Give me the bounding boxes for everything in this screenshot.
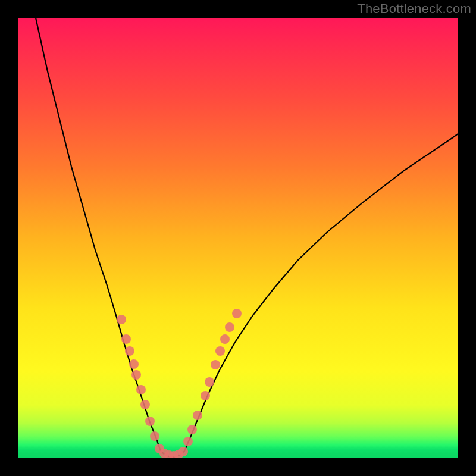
plot-area bbox=[18, 18, 458, 458]
data-dot bbox=[211, 360, 220, 369]
data-dot bbox=[215, 346, 225, 356]
data-dot bbox=[201, 391, 210, 400]
data-dot bbox=[178, 447, 188, 456]
data-dot bbox=[193, 411, 202, 420]
data-dot bbox=[150, 431, 159, 441]
bottleneck-curve bbox=[18, 18, 458, 458]
data-dot bbox=[225, 322, 234, 332]
data-dot bbox=[129, 359, 139, 369]
curve-path bbox=[36, 18, 458, 457]
data-dot bbox=[136, 385, 146, 394]
data-dot bbox=[121, 334, 131, 344]
data-dot bbox=[131, 370, 141, 380]
data-dot bbox=[145, 416, 155, 426]
chart-frame: TheBottleneck.com bbox=[0, 0, 476, 476]
data-dots bbox=[117, 309, 242, 458]
data-dot bbox=[220, 334, 230, 344]
data-dot bbox=[183, 437, 193, 446]
data-dot bbox=[187, 425, 197, 434]
data-dot bbox=[140, 400, 150, 409]
data-dot bbox=[205, 377, 214, 387]
watermark-text: TheBottleneck.com bbox=[357, 1, 471, 17]
data-dot bbox=[125, 346, 134, 356]
data-dot bbox=[232, 309, 242, 318]
data-dot bbox=[117, 315, 126, 324]
